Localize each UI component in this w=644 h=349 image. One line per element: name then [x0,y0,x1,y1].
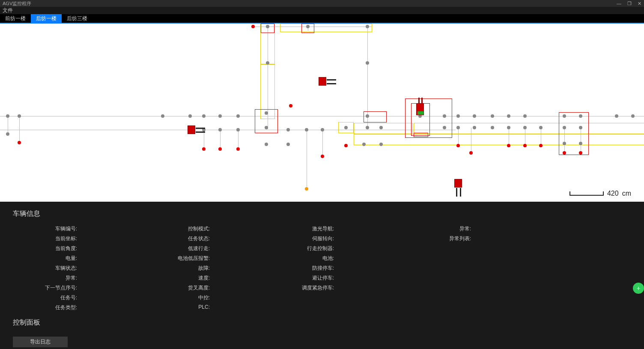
info-row: 故障: [146,265,270,272]
map-node[interactable] [306,25,310,28]
map-node[interactable] [379,126,383,129]
map-node[interactable] [507,126,510,129]
export-log-button[interactable]: 导出日志 [13,337,68,347]
map-node[interactable] [579,114,582,118]
map-node[interactable] [251,25,255,28]
map-node[interactable] [456,114,460,118]
map-node[interactable] [469,151,473,155]
map-node[interactable] [523,126,527,129]
map-node[interactable] [218,128,222,131]
map-node[interactable] [202,114,206,118]
map-node[interactable] [366,114,369,118]
map-node[interactable] [18,114,21,118]
menu-file[interactable]: 文件 [3,7,13,14]
agv-icon[interactable] [188,125,195,134]
map-node[interactable] [473,114,476,118]
map-node[interactable] [218,147,222,151]
info-row: 当前坐标: [13,235,146,242]
map-node[interactable] [202,147,206,151]
map-node[interactable] [539,126,543,129]
tab-1[interactable]: 后纺一楼 [31,14,62,23]
map-canvas[interactable]: 420 cm [0,24,644,202]
map-node[interactable] [539,144,543,147]
map-node[interactable] [286,143,290,146]
map-node[interactable] [18,141,21,144]
close-button[interactable]: ✕ [638,1,641,6]
map-node[interactable] [366,25,369,28]
info-label: 故障: [146,265,210,272]
info-row: 车辆编号: [13,225,146,233]
map-node[interactable] [344,126,348,129]
maximize-button[interactable]: ❐ [627,1,632,6]
map-node[interactable] [579,151,582,155]
map-node[interactable] [265,126,268,129]
map-node[interactable] [366,61,369,65]
tab-2[interactable]: 后纺三楼 [62,14,92,23]
info-row: 速度: [146,274,270,282]
info-row: 防撞停车: [270,265,407,272]
info-label: 货叉高度: [146,284,210,292]
info-row: 行走控制器: [270,245,407,252]
map-node[interactable] [443,126,446,129]
map-node[interactable] [507,114,510,118]
map-node[interactable] [236,114,240,118]
info-label: 车辆编号: [13,225,77,233]
map-node[interactable] [456,126,460,129]
tab-0[interactable]: 前纺一楼 [0,14,31,23]
map-node[interactable] [236,147,240,151]
map-node[interactable] [266,61,269,65]
map-node[interactable] [563,126,566,129]
map-node[interactable] [523,144,527,147]
map-node[interactable] [321,155,324,158]
window-title: AGV监控程序 [3,0,31,7]
map-node[interactable] [266,25,269,28]
map-node[interactable] [563,151,566,155]
map-node[interactable] [6,114,9,118]
map-node[interactable] [161,114,164,118]
map-node[interactable] [563,142,566,145]
map-node[interactable] [321,128,324,131]
map-node[interactable] [265,111,268,115]
map-node[interactable] [344,144,348,147]
map-node[interactable] [362,143,366,146]
map-node[interactable] [491,126,494,129]
agv-icon[interactable] [454,179,462,188]
info-label: 当前角度: [13,245,77,252]
info-row: 调度紧急停车: [270,284,407,292]
map-node[interactable] [563,114,566,118]
info-row: 避让停车: [270,274,407,282]
fab-button[interactable]: + [633,283,644,294]
map-node[interactable] [507,144,510,147]
info-label: 控制模式: [146,225,210,233]
info-row: 低速行走: [146,245,270,252]
map-node[interactable] [6,132,9,136]
map-node[interactable] [523,114,527,118]
map-node[interactable] [366,126,369,129]
map-node[interactable] [456,144,460,147]
info-label: 任务号: [13,294,77,301]
agv-icon[interactable] [319,77,326,86]
map-node[interactable] [579,142,582,145]
map-node[interactable] [579,126,582,129]
map-node[interactable] [305,187,308,191]
map-node[interactable] [286,128,290,131]
map-node[interactable] [265,143,268,146]
map-node[interactable] [379,143,383,146]
minimize-button[interactable]: — [617,1,621,6]
map-node[interactable] [615,114,618,118]
map-node[interactable] [443,114,446,118]
map-node[interactable] [305,128,308,131]
info-label: 避让停车: [270,274,334,282]
map-node[interactable] [236,128,240,131]
map-node[interactable] [473,126,476,129]
map-node[interactable] [289,104,292,107]
map-node[interactable] [491,114,494,118]
map-node[interactable] [631,114,635,118]
map-node[interactable] [188,114,192,118]
info-row: PLC: [146,304,270,310]
agv-icon[interactable] [416,103,424,115]
info-row: 激光导航: [270,225,407,233]
map-node[interactable] [218,114,222,118]
info-row: 任务号: [13,294,146,301]
info-label: 激光导航: [270,225,334,233]
